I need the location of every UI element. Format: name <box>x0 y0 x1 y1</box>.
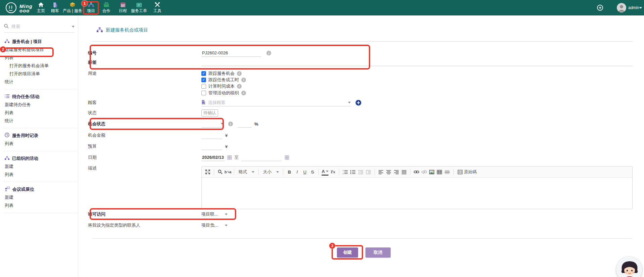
field-label-amount: 机会金额 <box>88 132 201 138</box>
sidebar-section-organized-activities[interactable]: 已组织的活动 <box>0 154 78 163</box>
outdent-icon[interactable] <box>357 168 364 176</box>
sidebar-item-open-projects[interactable]: 打开的项目清单 <box>0 70 78 78</box>
bullet-list-icon[interactable] <box>350 168 356 176</box>
sidebar-item-task-list[interactable]: 列表 <box>0 109 78 117</box>
italic-button[interactable]: I <box>294 168 300 176</box>
sidebar-item-stats[interactable]: 统计 <box>0 78 78 86</box>
app-logo[interactable]: Ming ooo <box>5 1 33 15</box>
maximize-icon[interactable] <box>204 168 211 176</box>
table-icon[interactable] <box>436 168 443 176</box>
chevron-down-icon[interactable] <box>639 7 642 9</box>
logo-text-2: ooo <box>19 8 30 13</box>
search-icon[interactable] <box>217 168 224 176</box>
search-dropdown-caret[interactable] <box>72 26 75 28</box>
start-date-input[interactable]: 2026/02/13 <box>201 154 225 161</box>
tag-input[interactable] <box>201 59 633 66</box>
strikethrough-button[interactable]: S <box>309 168 316 176</box>
align-justify-icon[interactable] <box>401 168 407 176</box>
divider <box>92 238 633 239</box>
nav-item-schedule[interactable]: 日程 <box>119 0 127 15</box>
home-icon <box>38 2 44 7</box>
nav-item-products[interactable]: 产品 | 服务 <box>63 0 82 15</box>
sidebar-section-time-records[interactable]: 服务用时记录 <box>0 131 78 140</box>
info-icon[interactable] <box>237 84 242 89</box>
status-badge: 待确认 <box>201 109 218 117</box>
field-row-number: 编号 PJ2602-0026 <box>88 49 637 57</box>
sidebar-item-new-task[interactable]: 新建待办任务 <box>0 101 78 109</box>
underline-button[interactable]: U <box>301 168 308 176</box>
budget-input[interactable] <box>201 143 222 150</box>
user-menu[interactable]: admin <box>628 5 639 10</box>
sidebar-section-opportunities[interactable]: 服务机会 | 项目 <box>0 37 78 46</box>
unlink-icon[interactable] <box>421 168 428 176</box>
align-left-icon[interactable] <box>378 168 384 176</box>
sidebar-item-time-list[interactable]: 列表 <box>0 140 78 148</box>
indent-icon[interactable] <box>365 168 372 176</box>
cancel-button[interactable]: 取消 <box>365 247 391 258</box>
horizontal-rule-icon[interactable] <box>444 168 451 176</box>
usage-option-3: 计算时间成本 <box>201 83 242 89</box>
remove-format-button[interactable]: Tx <box>330 168 336 176</box>
nav-item-customers[interactable]: 顾客 <box>51 0 59 15</box>
checkbox-track-tasks[interactable]: ✓ <box>201 78 206 82</box>
bold-button[interactable]: B <box>286 168 293 176</box>
nav-item-cooperation[interactable]: 合作 <box>102 0 110 15</box>
fontsize-dropdown[interactable]: 大小 <box>261 169 280 175</box>
sidebar-item-activity-list[interactable]: 列表 <box>0 171 78 179</box>
field-label-description: 描述 <box>88 165 201 171</box>
quick-add-button[interactable]: + <box>597 5 603 11</box>
currency-symbol: ¥ <box>225 144 228 149</box>
annotation-badge-2: 2 <box>0 46 6 52</box>
nav-item-home[interactable]: 主页 <box>37 0 45 15</box>
checkbox-time-cost[interactable] <box>201 84 206 89</box>
sidebar-item-meeting-list[interactable]: 列表 <box>0 201 78 210</box>
sidebar-item-new-opportunity[interactable]: 新建服务机会或项目 <box>0 46 78 54</box>
opportunity-status-select[interactable] <box>201 121 224 128</box>
number-input[interactable]: PJ2602-0026 <box>201 50 261 57</box>
source-code-button[interactable]: 原始碼 <box>456 168 478 176</box>
field-row-tag: 标签 <box>88 59 637 66</box>
sidebar-item-list[interactable]: 列表 <box>0 54 78 62</box>
info-icon[interactable] <box>228 122 233 126</box>
sidebar-item-activity-new[interactable]: 新建 <box>0 163 78 171</box>
add-customer-button[interactable] <box>355 100 361 106</box>
align-right-icon[interactable] <box>393 168 400 176</box>
sidebar-item-open-opportunities[interactable]: 打开的服务机会清单 <box>0 62 78 70</box>
amount-input[interactable] <box>201 132 222 139</box>
sidebar-section-meetings[interactable]: 会议或展位 <box>0 185 78 193</box>
image-icon[interactable] <box>429 168 435 176</box>
sidebar-section-tasks[interactable]: 待办任务/活动 <box>0 92 78 101</box>
text-color-button[interactable]: A <box>321 168 328 176</box>
probability-input[interactable] <box>238 121 252 128</box>
access-select[interactable]: 项目联... <box>201 211 228 217</box>
sidebar-item-task-stats[interactable]: 统计 <box>0 117 78 125</box>
field-label-date: 日期 <box>88 154 201 160</box>
align-center-icon[interactable] <box>385 168 392 176</box>
format-dropdown[interactable]: 格式 <box>237 169 256 175</box>
info-icon[interactable] <box>266 51 271 55</box>
calendar-picker-icon[interactable] <box>228 155 232 159</box>
create-button[interactable]: 创建 <box>337 247 358 258</box>
contact-role-select[interactable]: 项目负... <box>201 222 228 228</box>
field-label-budget: 预算 <box>88 143 201 149</box>
ordered-list-icon[interactable]: 12 <box>342 168 349 176</box>
info-icon[interactable] <box>241 91 246 95</box>
link-icon[interactable] <box>413 168 420 176</box>
sidebar-item-meeting-new[interactable]: 新建 <box>0 193 78 201</box>
customer-select[interactable]: 选择顾客 <box>201 99 351 106</box>
end-date-input[interactable] <box>241 154 282 161</box>
nav-item-tickets[interactable]: 服务工单 <box>131 0 147 15</box>
checkbox-track-opportunity[interactable]: ✓ <box>201 71 206 76</box>
find-replace-icon[interactable]: b↘a <box>225 168 231 176</box>
info-icon[interactable] <box>237 71 242 76</box>
field-label-contact-role: 将我设为指定类型的联系人 <box>88 222 201 228</box>
nav-item-tools[interactable]: 工具 <box>153 0 161 15</box>
calendar-picker-icon[interactable] <box>285 155 289 159</box>
info-icon[interactable] <box>241 78 246 82</box>
field-label-usage: 用途 <box>88 71 201 77</box>
checkbox-manage-org[interactable] <box>201 91 206 95</box>
nav-item-projects[interactable]: 项目 <box>87 0 95 15</box>
user-avatar[interactable] <box>617 3 626 12</box>
sidebar-search[interactable]: 搜索 <box>4 24 75 33</box>
chevron-down-icon[interactable] <box>348 102 351 103</box>
